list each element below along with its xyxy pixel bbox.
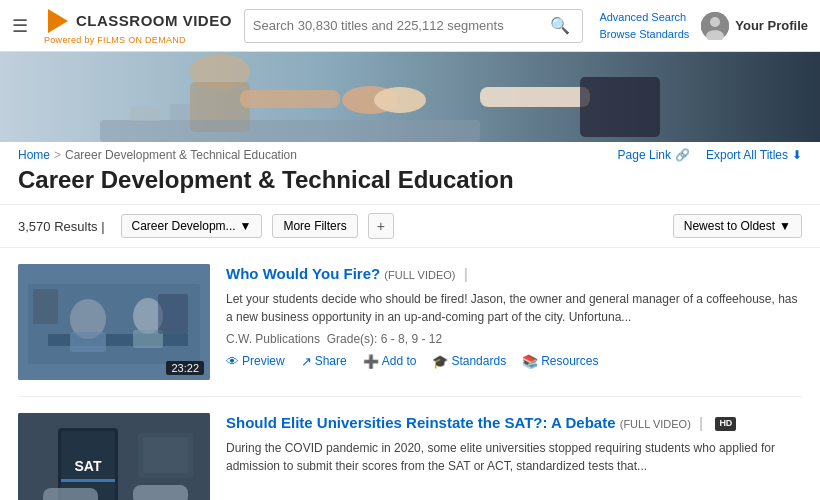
search-bar: 🔍 <box>244 9 584 43</box>
add-icon: ➕ <box>363 354 379 369</box>
video-thumbnail[interactable]: 23:22 <box>18 264 210 380</box>
svg-marker-0 <box>48 9 68 33</box>
result-actions: 👁 Preview ↗ Share ➕ Add to 🎓 Standards 📚 <box>226 354 802 369</box>
preview-icon: 👁 <box>226 354 239 369</box>
svg-rect-23 <box>33 289 58 324</box>
resources-icon: 📚 <box>522 354 538 369</box>
advanced-search-link[interactable]: Advanced Search <box>599 9 689 26</box>
header-links: Advanced Search Browse Standards <box>599 9 689 42</box>
user-profile-area[interactable]: Your Profile <box>701 12 808 40</box>
svg-rect-7 <box>240 90 340 108</box>
svg-point-2 <box>710 17 720 27</box>
svg-rect-14 <box>170 104 190 121</box>
sort-chevron-icon: ▼ <box>779 219 791 233</box>
table-row: 23:22 Who Would You Fire? (FULL VIDEO) |… <box>18 248 802 397</box>
breadcrumb: Home > Career Development & Technical Ed… <box>18 148 297 162</box>
hero-banner <box>0 52 820 142</box>
sort-btn[interactable]: Newest to Oldest ▼ <box>673 214 802 238</box>
browse-standards-link[interactable]: Browse Standards <box>599 26 689 43</box>
share-icon: ↗ <box>301 354 312 369</box>
breadcrumb-home[interactable]: Home <box>18 148 50 162</box>
logo-text: CLASSROOM VIDEO <box>76 13 232 28</box>
standards-action[interactable]: 🎓 Standards <box>432 354 506 369</box>
avatar <box>701 12 729 40</box>
link-icon: 🔗 <box>675 148 690 162</box>
svg-rect-30 <box>133 485 188 500</box>
svg-rect-8 <box>480 87 590 107</box>
svg-point-11 <box>374 87 426 113</box>
export-all-btn[interactable]: Export All Titles ⬇ <box>706 148 802 162</box>
search-button[interactable]: 🔍 <box>546 16 574 35</box>
site-header: ☰ CLASSROOM VIDEO Powered by FILMS ON DE… <box>0 0 820 52</box>
svg-rect-28 <box>61 479 115 482</box>
standards-icon: 🎓 <box>432 354 448 369</box>
breadcrumb-separator: > <box>54 148 61 162</box>
results-list: 23:22 Who Would You Fire? (FULL VIDEO) |… <box>0 248 820 500</box>
svg-rect-12 <box>100 120 480 142</box>
share-action[interactable]: ↗ Share <box>301 354 347 369</box>
hd-badge: HD <box>715 417 736 431</box>
svg-rect-32 <box>143 438 188 473</box>
page-actions: Page Link 🔗 Export All Titles ⬇ <box>618 148 802 162</box>
user-name: Your Profile <box>735 18 808 33</box>
page-title: Career Development & Technical Education <box>0 162 820 204</box>
resources-action[interactable]: 📚 Resources <box>522 354 598 369</box>
svg-text:SAT: SAT <box>75 458 102 474</box>
video-thumbnail[interactable]: SAT <box>18 413 210 500</box>
add-filter-btn[interactable]: + <box>368 213 394 239</box>
svg-rect-17 <box>48 334 188 346</box>
breadcrumb-current: Career Development & Technical Education <box>65 148 297 162</box>
result-description: Let your students decide who should be f… <box>226 290 802 326</box>
menu-icon[interactable]: ☰ <box>12 15 28 37</box>
logo[interactable]: CLASSROOM VIDEO Powered by FILMS ON DEMA… <box>44 7 232 45</box>
preview-action[interactable]: 👁 Preview <box>226 354 285 369</box>
svg-rect-22 <box>158 294 188 334</box>
logo-play-icon <box>44 7 72 35</box>
hero-image <box>0 52 820 142</box>
chevron-down-icon: ▼ <box>240 219 252 233</box>
download-icon: ⬇ <box>792 148 802 162</box>
result-content: Should Elite Universities Reinstate the … <box>226 413 802 500</box>
active-filter-btn[interactable]: Career Developm... ▼ <box>121 214 263 238</box>
page-link-btn[interactable]: Page Link 🔗 <box>618 148 690 162</box>
more-filters-btn[interactable]: More Filters <box>272 214 357 238</box>
svg-rect-19 <box>70 332 106 352</box>
filter-bar: 3,570 Results | Career Developm... ▼ Mor… <box>0 204 820 248</box>
svg-rect-9 <box>580 77 660 137</box>
search-input[interactable] <box>253 18 547 33</box>
result-description: During the COVID pandemic in 2020, some … <box>226 439 802 475</box>
table-row: SAT Should Elite Universities Reinstate … <box>18 397 802 500</box>
svg-rect-13 <box>130 107 160 121</box>
result-meta: C.W. Publications Grade(s): 6 - 8, 9 - 1… <box>226 332 802 346</box>
logo-subtext: Powered by FILMS ON DEMAND <box>44 36 186 45</box>
result-title[interactable]: Should Elite Universities Reinstate the … <box>226 413 802 433</box>
video-duration: 23:22 <box>166 361 204 375</box>
result-content: Who Would You Fire? (FULL VIDEO) | Let y… <box>226 264 802 380</box>
svg-rect-29 <box>43 488 98 500</box>
results-count: 3,570 Results | <box>18 219 105 234</box>
result-title[interactable]: Who Would You Fire? (FULL VIDEO) | <box>226 264 802 284</box>
add-to-action[interactable]: ➕ Add to <box>363 354 417 369</box>
